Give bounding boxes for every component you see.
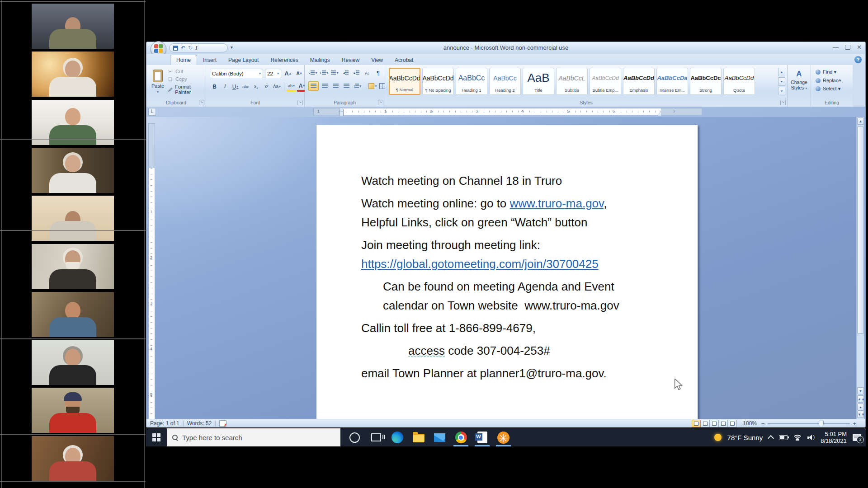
ribbon-tab-acrobat[interactable]: Acrobat: [389, 55, 419, 65]
multilevel-list-button[interactable]: ▾: [330, 69, 340, 77]
strikethrough-button[interactable]: abc: [241, 82, 250, 91]
hyperlink[interactable]: www.truro-ma.gov: [510, 197, 604, 210]
align-center-button[interactable]: [320, 82, 330, 90]
taskbar-icon-word[interactable]: [472, 428, 493, 446]
tab-selector[interactable]: L: [148, 108, 156, 116]
taskbar-icon-file-explorer[interactable]: [408, 428, 429, 446]
scroll-up-button[interactable]: ▲: [857, 117, 864, 125]
highlight-color-button[interactable]: ab▾: [287, 81, 296, 92]
restore-button[interactable]: [845, 45, 850, 50]
proofing-status-icon[interactable]: [219, 420, 226, 427]
style-heading-1[interactable]: AaBbCcHeading 1: [456, 68, 487, 95]
font-family-combo[interactable]: Calibri (Body)▾: [210, 69, 263, 78]
paragraph-dialog-launcher[interactable]: ↘: [378, 100, 383, 105]
style-subtle-emp[interactable]: AaBbCcDdSubtle Emp...: [590, 68, 621, 95]
start-button[interactable]: [146, 428, 167, 446]
shrink-font-button[interactable]: A▾: [294, 69, 304, 78]
style-heading-2[interactable]: AaBbCcHeading 2: [489, 68, 521, 95]
full-screen-reading-view-button[interactable]: [701, 420, 710, 427]
ribbon-tab-view[interactable]: View: [365, 55, 389, 65]
select-browse-object-button[interactable]: ●: [857, 404, 864, 411]
taskbar-icon-mail[interactable]: [429, 428, 450, 446]
print-layout-view-button[interactable]: [692, 420, 701, 427]
numbering-button[interactable]: 1▾: [319, 69, 329, 77]
align-left-button[interactable]: [308, 81, 319, 91]
format-painter-button[interactable]: 🖉Format Painter: [168, 84, 206, 95]
volume-icon[interactable]: ): [807, 435, 815, 441]
wifi-icon[interactable]: [793, 435, 802, 441]
word-count[interactable]: Words: 52: [187, 420, 212, 427]
taskbar-icon-chrome[interactable]: [450, 428, 472, 446]
justify-button[interactable]: [342, 82, 351, 90]
bold-button[interactable]: B: [210, 82, 219, 91]
style-normal[interactable]: AaBbCcDd¶ Normal: [389, 68, 420, 95]
style-intense-em[interactable]: AaBbCcDaIntense Em...: [656, 68, 688, 95]
sort-button[interactable]: A↓: [363, 69, 372, 77]
battery-icon[interactable]: [779, 435, 788, 440]
taskbar-icon-gotomeeting[interactable]: ✳: [493, 428, 514, 446]
taskbar-icon-cortana[interactable]: [344, 428, 365, 446]
line-spacing-button[interactable]: ↕▾: [353, 82, 362, 90]
weather-sun-icon[interactable]: [714, 434, 722, 441]
zoom-in-button[interactable]: +: [853, 421, 856, 427]
replace-button[interactable]: Replace: [816, 78, 841, 83]
increase-indent-button[interactable]: ▸: [352, 69, 361, 77]
document-page[interactable]: Watch meeting on Channel 18 in TruroWatc…: [316, 125, 698, 419]
zoom-out-button[interactable]: −: [761, 421, 765, 427]
scroll-down-button[interactable]: ▼: [857, 387, 864, 394]
decrease-indent-button[interactable]: ◂: [341, 69, 350, 77]
italic-button[interactable]: I: [220, 82, 230, 91]
paste-button[interactable]: Paste ▾: [150, 69, 165, 95]
ribbon-tab-page-layout[interactable]: Page Layout: [222, 55, 264, 65]
taskbar-icon-task-view[interactable]: [365, 428, 387, 446]
taskbar-clock[interactable]: 5:01 PM 8/18/2021: [821, 431, 847, 444]
style-quote[interactable]: AaBbCcDdQuote: [723, 68, 755, 95]
superscript-button[interactable]: x²: [262, 82, 271, 91]
style-subtitle[interactable]: AaBbCcLSubtitle: [556, 68, 588, 95]
style-strong[interactable]: AaBbCcDcStrong: [690, 68, 722, 95]
gallery-scroll-down[interactable]: ▼: [778, 77, 785, 86]
outline-view-button[interactable]: [719, 420, 728, 427]
close-button[interactable]: ✕: [857, 44, 862, 51]
copy-button[interactable]: ❏Copy: [168, 76, 206, 82]
clipboard-dialog-launcher[interactable]: ↘: [199, 100, 204, 105]
change-styles-button[interactable]: A Change Styles ▾: [788, 65, 811, 107]
web-layout-view-button[interactable]: [710, 420, 719, 427]
cut-button[interactable]: ✂Cut: [168, 69, 206, 74]
minimize-button[interactable]: —: [833, 44, 839, 51]
shading-button[interactable]: ▾: [368, 82, 377, 90]
next-page-button[interactable]: ▼▼: [857, 411, 864, 418]
scrollbar-thumb[interactable]: [857, 126, 864, 334]
style-emphasis[interactable]: AaBbCcDdEmphasis: [623, 68, 655, 95]
select-button[interactable]: Select ▾: [816, 86, 841, 92]
style-no-spacing[interactable]: AaBbCcDd¶ No Spacing: [422, 68, 454, 95]
page-indicator[interactable]: Page: 1 of 1: [150, 420, 179, 427]
find-button[interactable]: Find ▾: [816, 69, 841, 75]
font-dialog-launcher[interactable]: ↘: [297, 100, 303, 105]
ribbon-tab-home[interactable]: Home: [170, 55, 197, 65]
align-right-button[interactable]: [331, 82, 340, 90]
tray-chevron-icon[interactable]: [768, 435, 774, 441]
show-paragraph-marks-button[interactable]: ¶: [373, 69, 383, 77]
styles-dialog-launcher[interactable]: ↘: [780, 100, 786, 105]
previous-page-button[interactable]: ▲▲: [857, 395, 864, 403]
taskbar-search-input[interactable]: Type here to search: [167, 428, 340, 446]
hyperlink[interactable]: https://global.gotomeeting.com/join/3070…: [361, 257, 599, 271]
subscript-button[interactable]: x₂: [251, 82, 261, 91]
help-icon[interactable]: ?: [854, 56, 862, 63]
ribbon-tab-review[interactable]: Review: [336, 55, 365, 65]
notification-center-icon[interactable]: 2: [853, 434, 861, 441]
bullets-button[interactable]: •▾: [308, 69, 318, 77]
hanging-indent-marker[interactable]: [339, 112, 344, 116]
ribbon-tab-references[interactable]: References: [264, 55, 304, 65]
gallery-scroll-up[interactable]: ▲: [778, 68, 785, 76]
change-case-button[interactable]: Aa▾: [272, 82, 282, 91]
grow-font-button[interactable]: A▴: [283, 69, 292, 78]
zoom-thumb[interactable]: [819, 421, 824, 427]
ribbon-tab-insert[interactable]: Insert: [197, 55, 222, 65]
zoom-track[interactable]: [768, 423, 850, 424]
draft-view-button[interactable]: [728, 420, 737, 427]
ribbon-tab-mailings[interactable]: Mailings: [304, 55, 336, 65]
style-title[interactable]: AaBTitle: [523, 68, 554, 95]
zoom-level[interactable]: 100%: [743, 420, 757, 427]
